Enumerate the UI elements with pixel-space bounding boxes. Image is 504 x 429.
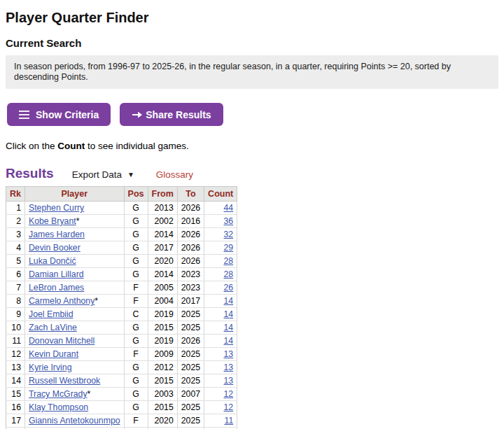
from-year-cell: 2012 bbox=[148, 361, 177, 374]
player-link[interactable]: Joel Embiid bbox=[29, 309, 74, 319]
from-year-cell: 2020 bbox=[148, 255, 177, 268]
count-cell: 14 bbox=[204, 335, 237, 348]
export-data-menu[interactable]: Export Data ▼ bbox=[72, 169, 134, 180]
from-year-cell: 2003 bbox=[148, 388, 177, 401]
count-link[interactable]: 14 bbox=[224, 323, 234, 332]
position-cell: G bbox=[124, 268, 148, 281]
column-header-from[interactable]: From bbox=[148, 187, 177, 202]
table-row: 15Tracy McGrady*G2003200712 bbox=[6, 388, 237, 401]
count-link[interactable]: 28 bbox=[224, 269, 234, 279]
count-link[interactable]: 14 bbox=[224, 336, 234, 346]
player-link[interactable]: Damian Lillard bbox=[29, 269, 84, 279]
player-link[interactable]: Zach LaVine bbox=[29, 323, 77, 332]
player-cell: Kyrie Irving bbox=[24, 361, 124, 374]
position-cell: F bbox=[124, 281, 148, 295]
results-table: RkPlayerPosFromToCount 1Stephen CurryG20… bbox=[6, 186, 237, 429]
export-data-label: Export Data bbox=[72, 169, 122, 180]
from-year-cell: 2019 bbox=[148, 308, 177, 321]
rank-cell: 8 bbox=[6, 295, 25, 308]
from-year-cell: 2019 bbox=[148, 335, 177, 348]
hof-asterisk: * bbox=[76, 216, 80, 226]
player-link[interactable]: Kobe Bryant bbox=[29, 216, 76, 226]
table-row: 2Kobe Bryant*G2002201636 bbox=[6, 215, 237, 228]
player-link[interactable]: LeBron James bbox=[29, 283, 84, 293]
from-year-cell: 2015 bbox=[148, 401, 177, 414]
column-header-to[interactable]: To bbox=[177, 187, 204, 202]
table-row: 17Giannis AntetokounmpoF2020202511 bbox=[6, 414, 237, 428]
share-results-button[interactable]: Share Results bbox=[120, 103, 223, 126]
player-link[interactable]: Klay Thompson bbox=[29, 402, 88, 412]
to-year-cell: 2025 bbox=[177, 361, 204, 374]
count-cell: 14 bbox=[204, 321, 237, 335]
toolbar: Show Criteria Share Results bbox=[7, 103, 498, 126]
to-year-cell: 2025 bbox=[177, 374, 204, 388]
table-row: 4Devin BookerG2017202629 bbox=[6, 241, 237, 255]
player-link[interactable]: Kyrie Irving bbox=[29, 363, 72, 372]
column-header-count[interactable]: Count bbox=[204, 187, 237, 202]
player-cell: Donovan Mitchell bbox=[24, 335, 124, 348]
rank-cell: 16 bbox=[6, 401, 25, 414]
current-search-description: In season periods, from 1996-97 to 2025-… bbox=[6, 55, 498, 89]
count-cell: 28 bbox=[204, 268, 237, 281]
position-cell: G bbox=[124, 215, 148, 228]
player-link[interactable]: Giannis Antetokounmpo bbox=[29, 416, 120, 426]
count-link[interactable]: 14 bbox=[224, 309, 234, 319]
glossary-link[interactable]: Glossary bbox=[156, 169, 193, 180]
player-cell: Klay Thompson bbox=[24, 401, 124, 414]
count-link[interactable]: 32 bbox=[224, 230, 234, 239]
player-link[interactable]: Russell Westbrook bbox=[29, 376, 100, 386]
count-cell: 13 bbox=[204, 361, 237, 374]
column-header-rk[interactable]: Rk bbox=[6, 187, 25, 202]
count-cell: 14 bbox=[204, 308, 237, 321]
player-cell: Devin Booker bbox=[24, 241, 124, 255]
to-year-cell: 2016 bbox=[177, 215, 204, 228]
player-link[interactable]: Luka Dončić bbox=[29, 256, 76, 266]
player-link[interactable]: James Harden bbox=[29, 230, 85, 239]
player-link[interactable]: Kevin Durant bbox=[29, 349, 78, 359]
show-criteria-button[interactable]: Show Criteria bbox=[7, 103, 111, 126]
column-header-player[interactable]: Player bbox=[24, 187, 124, 202]
count-link[interactable]: 28 bbox=[224, 256, 234, 266]
player-link[interactable]: Carmelo Anthony bbox=[29, 296, 94, 306]
rank-cell: 14 bbox=[6, 374, 25, 388]
count-link[interactable]: 12 bbox=[224, 402, 234, 412]
player-cell: Zach LaVine bbox=[24, 321, 124, 335]
count-cell: 11 bbox=[204, 414, 237, 428]
count-link[interactable]: 44 bbox=[224, 203, 234, 213]
from-year-cell: 2013 bbox=[148, 202, 177, 215]
player-cell: Carmelo Anthony* bbox=[24, 295, 124, 308]
table-row: 13Kyrie IrvingG2012202513 bbox=[6, 361, 237, 374]
from-year-cell: 2009 bbox=[148, 348, 177, 361]
count-cell: 26 bbox=[204, 281, 237, 295]
count-link[interactable]: 29 bbox=[224, 243, 234, 253]
table-row: 16Klay ThompsonG2015202512 bbox=[6, 401, 237, 414]
count-link[interactable]: 13 bbox=[224, 376, 234, 386]
to-year-cell: 2017 bbox=[177, 295, 204, 308]
from-year-cell: 2015 bbox=[148, 321, 177, 335]
player-link[interactable]: Devin Booker bbox=[29, 243, 80, 253]
count-link[interactable]: 13 bbox=[224, 349, 234, 359]
player-link[interactable]: Donovan Mitchell bbox=[29, 336, 94, 346]
share-arrow-icon bbox=[132, 111, 143, 119]
position-cell: G bbox=[124, 361, 148, 374]
player-link[interactable]: Stephen Curry bbox=[29, 203, 84, 213]
count-cell: 14 bbox=[204, 295, 237, 308]
rank-cell: 15 bbox=[6, 388, 25, 401]
count-link[interactable]: 13 bbox=[224, 363, 234, 372]
from-year-cell: 2014 bbox=[148, 268, 177, 281]
position-cell: G bbox=[124, 202, 148, 215]
player-cell: Kobe Bryant* bbox=[24, 215, 124, 228]
count-link[interactable]: 12 bbox=[224, 389, 234, 399]
column-header-pos[interactable]: Pos bbox=[124, 187, 148, 202]
count-link[interactable]: 36 bbox=[224, 216, 234, 226]
count-cell: 32 bbox=[204, 228, 237, 241]
count-link[interactable]: 11 bbox=[224, 416, 233, 426]
count-cell: 13 bbox=[204, 374, 237, 388]
rank-cell: 2 bbox=[6, 215, 25, 228]
count-link[interactable]: 14 bbox=[224, 296, 234, 306]
player-link[interactable]: Tracy McGrady bbox=[29, 389, 88, 399]
table-row: 14Russell WestbrookG2015202513 bbox=[6, 374, 237, 388]
position-cell: F bbox=[124, 348, 148, 361]
count-link[interactable]: 26 bbox=[224, 283, 234, 293]
rank-cell: 1 bbox=[6, 202, 25, 215]
